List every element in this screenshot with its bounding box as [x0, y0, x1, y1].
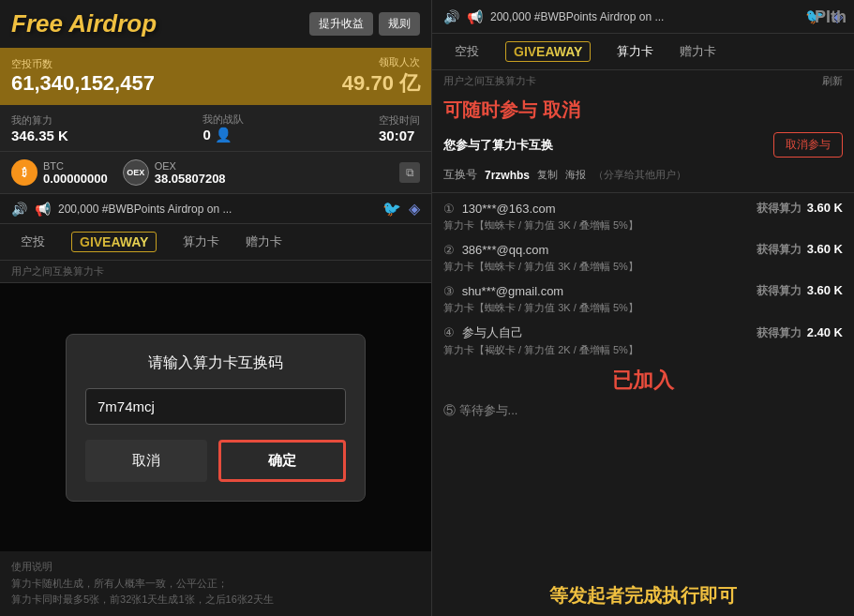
participant-row-2: ② 386***@qq.com 获得算力 3.60 K [443, 242, 843, 258]
right-megaphone-icon: 📢 [467, 9, 483, 24]
tab-gift-card-right[interactable]: 赠力卡 [668, 39, 727, 64]
right-news-text: 200,000 #BWBPoints Airdrop on ... [490, 10, 798, 23]
my-stats-row: 我的算力 346.35 K 我的战队 0 👤 空投时间 30:07 [0, 105, 431, 152]
twitter-icon[interactable]: 🐦 [382, 200, 401, 218]
exchange-info: 互换号 7rzwhbs 复制 海报 （分享给其他用户） [432, 161, 854, 188]
participant-email-3: ③ shu***@gmail.com [443, 284, 563, 298]
participant-power-1: 获得算力 3.60 K [757, 201, 843, 217]
oex-icon: OEX [123, 159, 149, 186]
tab-giveaway-left[interactable]: GIVEAWAY [62, 231, 166, 253]
participant-card-4: 算力卡【褐蚁卡 / 算力值 2K / 叠增幅 5%】 [443, 343, 843, 357]
already-joined-text: 已加入 [443, 367, 843, 395]
exchange-code-modal: 请输入算力卡互换码 取消 确定 [66, 334, 366, 502]
logo: Free Airdrop [11, 9, 157, 38]
rules-button[interactable]: 规则 [379, 12, 420, 36]
right-tabs-row: 空投 GIVEAWAY 算力卡 赠力卡 [432, 34, 854, 70]
already-joined-badge: 已加入 [443, 367, 843, 395]
exchange-code-input[interactable] [85, 388, 346, 425]
tab-gift-card-left[interactable]: 赠力卡 [236, 230, 292, 254]
notice-text: 可随时参与 取消 [443, 98, 580, 123]
modal-confirm-button[interactable]: 确定 [218, 440, 346, 482]
left-main-content: 请输入算力卡互换码 取消 确定 [0, 283, 431, 551]
modal-title: 请输入算力卡互换码 [85, 353, 346, 373]
giveaway-tab-label: GIVEAWAY [71, 232, 157, 252]
share-hint: （分享给其他用户） [593, 168, 686, 182]
left-header: Free Airdrop 提升收益 规则 [0, 0, 431, 48]
exchange-code: 7rzwhbs [485, 169, 530, 182]
tab-power-card-right[interactable]: 算力卡 [606, 39, 665, 64]
right-volume-icon: 🔊 [443, 9, 459, 24]
btc-info: BTC 0.00000000 [43, 160, 108, 186]
participant-power-4: 获得算力 2.40 K [757, 325, 843, 341]
participant-card-1: 算力卡【蜘蛛卡 / 算力值 3K / 叠增幅 5%】 [443, 218, 843, 233]
airdrop-count-label: 空投币数 [11, 57, 155, 71]
my-team-value: 0 👤 [202, 127, 232, 143]
oex-info: OEX 38.05807208 [155, 160, 226, 186]
pith-badge: PIth [815, 8, 847, 27]
participant-row-3: ③ shu***@gmail.com 获得算力 3.60 K [443, 283, 843, 299]
oex-value: 38.05807208 [155, 172, 226, 186]
participant-power-3: 获得算力 3.60 K [757, 283, 843, 299]
participants-list: ① 130***@163.com 获得算力 3.60 K 算力卡【蜘蛛卡 / 算… [432, 197, 854, 572]
right-user-hint: 用户之间互换算力卡 刷新 [432, 70, 854, 92]
participant-email-2: ② 386***@qq.com [443, 243, 548, 257]
participant-email-4: ④ 参与人自己 [443, 324, 523, 341]
boost-earnings-button[interactable]: 提升收益 [309, 12, 373, 36]
tab-airdrop-left[interactable]: 空投 [11, 230, 54, 254]
tab-power-card-left[interactable]: 算力卡 [173, 230, 229, 254]
participant-item-1: ① 130***@163.com 获得算力 3.60 K 算力卡【蜘蛛卡 / 算… [443, 201, 843, 233]
news-bar: 🔊 📢 200,000 #BWBPoints Airdrop on ... 🐦 … [0, 194, 431, 224]
my-power-stat: 我的算力 346.35 K [11, 113, 68, 143]
poster-button[interactable]: 海报 [565, 168, 586, 182]
right-panel: 🔊 📢 200,000 #BWBPoints Airdrop on ... 🐦 … [431, 0, 854, 616]
instructions-line1: 算力卡随机生成，所有人概率一致，公平公正； [11, 576, 420, 593]
airdrop-time-value: 30:07 [379, 128, 414, 143]
participant-item-4: ④ 参与人自己 获得算力 2.40 K 算力卡【褐蚁卡 / 算力值 2K / 叠… [443, 324, 843, 357]
news-text: 200,000 #BWBPoints Airdrop on ... [58, 203, 375, 216]
instructions-line2: 算力卡同时最多5张，前32张1天生成1张，之后16张2天生 [11, 592, 420, 608]
bottom-notice: 等发起者完成执行即可 [432, 572, 854, 616]
discord-icon[interactable]: ◈ [409, 200, 420, 218]
section-title: 您参与了算力卡互换 [443, 137, 553, 154]
volume-icon: 🔊 [11, 202, 27, 217]
bottom-instructions: 使用说明 算力卡随机生成，所有人概率一致，公平公正； 算力卡同时最多5张，前32… [0, 551, 431, 616]
participant-card-2: 算力卡【蜘蛛卡 / 算力值 3K / 叠增幅 5%】 [443, 260, 843, 274]
copy-code-button[interactable]: 复制 [537, 168, 558, 182]
left-panel: Free Airdrop 提升收益 规则 空投币数 61,340,152,457… [0, 0, 431, 616]
airdrop-count-value: 61,340,152,457 [11, 71, 155, 96]
user-hint-left: 用户之间互换算力卡 [0, 261, 431, 283]
my-team-stat: 我的战队 0 👤 [202, 113, 244, 143]
divider [432, 192, 854, 193]
copy-icon[interactable]: ⧉ [399, 162, 420, 183]
crypto-row: ₿ BTC 0.00000000 OEX OEX 38.05807208 ⧉ [0, 152, 431, 194]
tab-giveaway-right[interactable]: GIVEAWAY [494, 40, 602, 63]
airdrop-count-section: 空投币数 61,340,152,457 [11, 57, 155, 96]
my-team-label: 我的战队 [202, 113, 244, 127]
participant-item-3: ③ shu***@gmail.com 获得算力 3.60 K 算力卡【蜘蛛卡 /… [443, 283, 843, 315]
tab-airdrop-right[interactable]: 空投 [443, 39, 490, 64]
participant-item-2: ② 386***@qq.com 获得算力 3.60 K 算力卡【蜘蛛卡 / 算力… [443, 242, 843, 274]
complete-notice-text: 等发起者完成执行即可 [443, 583, 843, 608]
section-header: 您参与了算力卡互换 取消参与 [432, 128, 854, 161]
participant-row-1: ① 130***@163.com 获得算力 3.60 K [443, 201, 843, 217]
instructions-title: 使用说明 [11, 559, 420, 576]
cancel-participate-button[interactable]: 取消参与 [773, 132, 843, 158]
right-user-hint-text: 用户之间互换算力卡 [443, 74, 536, 88]
header-buttons: 提升收益 规则 [309, 12, 420, 36]
modal-cancel-button[interactable]: 取消 [85, 440, 207, 482]
notice-bar: 可随时参与 取消 [432, 92, 854, 128]
left-tabs-row: 空投 GIVEAWAY 算力卡 赠力卡 [0, 224, 431, 261]
my-power-label: 我的算力 [11, 113, 52, 128]
modal-overlay: 请输入算力卡互换码 取消 确定 [0, 283, 431, 551]
waiting-item: ⑤ 等待参与... [443, 398, 843, 423]
exchange-label: 互换号 [443, 167, 477, 183]
refresh-button[interactable]: 刷新 [822, 74, 843, 88]
btc-value: 0.00000000 [43, 172, 108, 186]
participant-email-1: ① 130***@163.com [443, 202, 556, 216]
participant-power-2: 获得算力 3.60 K [757, 242, 843, 258]
my-power-value: 346.35 K [11, 128, 68, 143]
btc-item: ₿ BTC 0.00000000 [11, 159, 108, 186]
airdrop-time-label: 空投时间 [379, 113, 420, 128]
receivers-value: 49.70 亿 [342, 69, 420, 98]
stats-bar: 空投币数 61,340,152,457 领取人次 49.70 亿 [0, 48, 431, 105]
